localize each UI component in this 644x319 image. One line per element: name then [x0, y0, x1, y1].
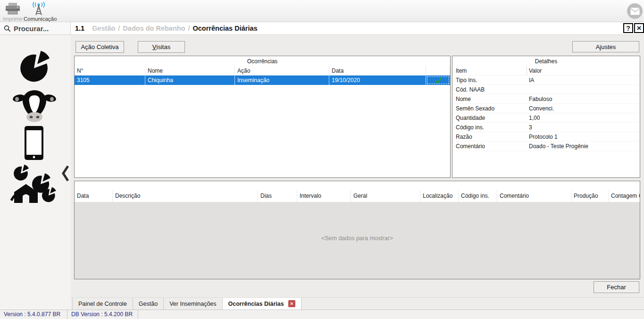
column-header-geral[interactable]: Geral [351, 190, 420, 202]
ocorrencias-title: Ocorrências [75, 56, 450, 66]
column-header-item: Item [452, 66, 527, 75]
print-button[interactable]: Imprimir [2, 1, 24, 22]
visitas-button[interactable]: Visitas [138, 41, 185, 53]
sidebar-item-farm-reports[interactable] [10, 163, 58, 205]
breadcrumb: 1.1 Gestão / Dados do Rebanho / Ocorrênc… [71, 22, 644, 35]
search-input[interactable]: Procurar... [0, 22, 71, 35]
column-header-acao[interactable]: Ação [235, 66, 329, 76]
detalhes-row-codigo-ins[interactable]: Código ins. 3 [452, 123, 640, 132]
db-version: DB Version : 5.4.200 BR [67, 310, 138, 319]
breadcrumb-item-gestao[interactable]: Gestão [92, 25, 115, 32]
smartphone-icon [25, 126, 43, 160]
communication-label: Comunicação [24, 16, 54, 22]
communication-antenna-icon [24, 1, 54, 16]
ocorrencias-panel: Ocorrências N° Nome Ação Data 3105 Chiqu… [74, 56, 451, 178]
detalhes-row-comentario[interactable]: Comentário Doado - Teste Progênie [452, 142, 640, 151]
tab-close-button[interactable]: × [288, 300, 295, 307]
detalhes-row-nome[interactable]: Nome Fabuloso [452, 94, 640, 104]
sidebar: @ [0, 35, 71, 310]
ocorrencias-header-row: N° Nome Ação Data [75, 66, 450, 76]
detalhes-header-row: Item Valor [452, 66, 640, 76]
breadcrumb-item-dados-do-rebanho[interactable]: Dados do Rebanho [123, 25, 185, 32]
sidebar-item-herd[interactable] [13, 87, 56, 125]
tab-gestao[interactable]: Gestão [133, 298, 164, 310]
column-header-check[interactable] [426, 66, 450, 76]
column-header-data[interactable]: Data [329, 66, 426, 76]
green-check-icon [434, 77, 443, 84]
pie-chart-icon [17, 49, 50, 83]
mail-envelope-icon [630, 8, 640, 15]
detalhes-panel: Detalhes Item Valor Tipo Ins. IA Cód. NA… [452, 56, 640, 178]
column-header-contagem[interactable]: Contagem Ce [609, 190, 640, 202]
column-header-codigo-ins[interactable]: Código ins. [459, 190, 497, 202]
close-window-button[interactable]: × [634, 23, 644, 33]
column-header-nome[interactable]: Nome [145, 66, 235, 76]
detalhes-row-cod-naab[interactable]: Cód. NAAB [452, 85, 640, 94]
column-header-numero[interactable]: N° [75, 66, 145, 76]
column-header-localizacao[interactable]: Localização [420, 190, 459, 202]
column-header-valor: Valor [527, 66, 640, 75]
column-header-intervalo[interactable]: Intervalo [297, 190, 351, 202]
column-header-comentario[interactable]: Comentário [497, 190, 571, 202]
application-window: Imprimir Comunicação [0, 0, 644, 319]
tab-ocorrencias-diarias[interactable]: Ocorrências Diárias × [223, 298, 301, 310]
cell-data[interactable]: 19/10/2020 [329, 76, 426, 85]
top-toolbar: Imprimir Comunicação [0, 0, 644, 22]
page-title: Ocorrências Diárias [193, 25, 258, 32]
column-header-descricao[interactable]: Descrição [113, 190, 258, 202]
detalhes-row-quantidade[interactable]: Quantidade 1,00 [452, 113, 640, 123]
history-empty-state: <Sem dados para mostrar> [75, 202, 640, 279]
column-header-dias[interactable]: Dias [258, 190, 297, 202]
breadcrumb-separator: / [188, 25, 190, 32]
magnifier-icon [4, 25, 11, 32]
app-version: Version : 5.4.0.877 BR [0, 310, 67, 319]
tab-painel-de-controle[interactable]: Painel de Controle [72, 298, 133, 310]
bottom-tab-bar: Painel de Controle Gestão Ver Inseminaçõ… [71, 297, 644, 310]
mail-notification-button[interactable] [627, 3, 643, 19]
breadcrumb-number: 1.1 [75, 25, 84, 32]
sidebar-item-reports[interactable] [17, 49, 50, 84]
breadcrumb-separator: / [118, 25, 120, 32]
tab-ver-inseminacoes[interactable]: Ver Inseminações [164, 298, 222, 310]
fechar-button[interactable]: Fechar [594, 281, 639, 293]
detalhes-row-tipo-ins[interactable]: Tipo Ins. IA [452, 76, 640, 85]
ajustes-button[interactable]: Ajustes [572, 41, 639, 52]
cell-acao[interactable]: Inseminação [235, 76, 329, 85]
history-header-row: Data Descrição Dias Intervalo Geral Loca… [75, 181, 640, 202]
status-bar: Version : 5.4.0.877 BR DB Version : 5.4.… [0, 310, 644, 319]
cell-check[interactable] [426, 76, 450, 85]
column-header-data[interactable]: Data [75, 190, 113, 202]
communication-button[interactable]: Comunicação [24, 1, 54, 22]
sidebar-collapse-button[interactable] [61, 165, 69, 184]
column-header-producao[interactable]: Produção [571, 190, 609, 202]
history-table-panel: Data Descrição Dias Intervalo Geral Loca… [74, 181, 640, 279]
cow-head-icon [13, 87, 56, 123]
search-placeholder: Procurar... [14, 25, 49, 33]
cell-nome[interactable]: Chiquinha [145, 76, 235, 85]
help-button[interactable]: ? [623, 23, 633, 33]
chevron-left-icon [61, 165, 69, 182]
sidebar-item-mobile[interactable] [25, 126, 43, 161]
farm-reports-icon [10, 163, 58, 203]
detalhes-row-semen-sexado[interactable]: Semên Sexado Convenci. [452, 104, 640, 113]
acao-coletiva-button[interactable]: Ação Coletiva [75, 41, 124, 53]
cell-numero[interactable]: 3105 [75, 76, 145, 85]
detalhes-title: Detalhes [452, 56, 640, 66]
printer-icon [2, 1, 24, 16]
print-label: Imprimir [2, 16, 24, 22]
table-row-selected[interactable]: 3105 Chiquinha Inseminação 19/10/2020 [75, 76, 450, 85]
detalhes-row-razao[interactable]: Razão Protocolo 1 [452, 132, 640, 142]
